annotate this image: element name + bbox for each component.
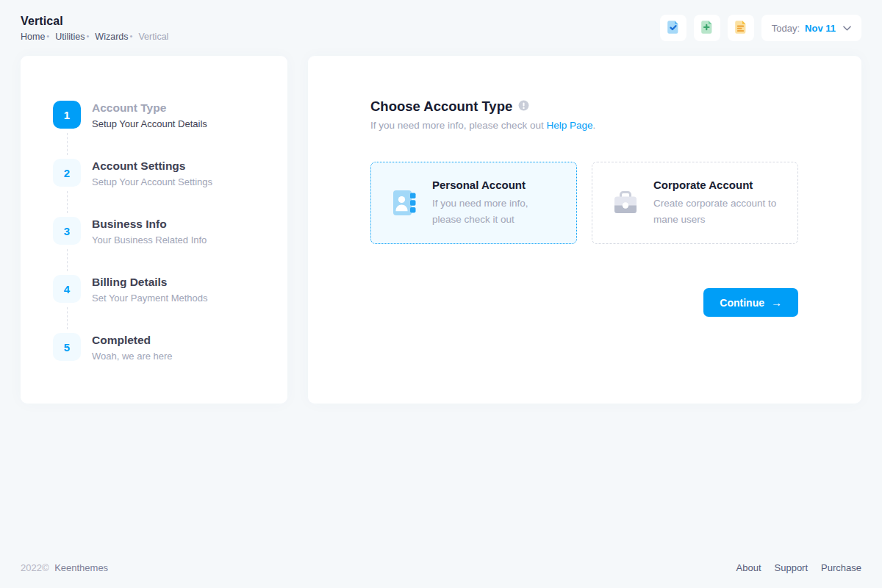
- step-account-type[interactable]: 1 Account Type Setup Your Account Detail…: [53, 101, 265, 159]
- brand-link[interactable]: Keenthemes: [54, 562, 108, 573]
- stepper-card: 1 Account Type Setup Your Account Detail…: [21, 56, 287, 404]
- breadcrumb-utilities[interactable]: Utilities: [55, 32, 85, 42]
- step-number-badge[interactable]: 1: [53, 101, 81, 129]
- page: Vertical Home • Utilities • Wizards • Ve…: [0, 0, 882, 588]
- breadcrumb-separator: •: [46, 32, 49, 40]
- file-lines-icon: [733, 19, 749, 37]
- step-title: Billing Details: [92, 275, 208, 290]
- breadcrumb: Home • Utilities • Wizards • Vertical: [21, 32, 168, 42]
- page-heading-block: Vertical Home • Utilities • Wizards • Ve…: [21, 15, 168, 42]
- step-title: Account Type: [92, 101, 207, 115]
- option-description: If you need more info, please check it o…: [432, 196, 558, 227]
- wizard-subheading: If you need more info, please check out …: [370, 120, 798, 131]
- step-subtitle: Setup Your Account Details: [92, 118, 207, 130]
- breadcrumb-separator: •: [87, 32, 90, 40]
- step-subtitle: Your Business Related Info: [92, 234, 207, 246]
- help-page-link[interactable]: Help Page: [546, 120, 592, 131]
- option-description: Create corporate account to mane users: [653, 196, 779, 227]
- file-check-icon: [665, 19, 681, 37]
- option-text: Personal Account If you need more info, …: [432, 179, 558, 227]
- step-text: Account Settings Setup Your Account Sett…: [92, 159, 212, 188]
- arrow-right-icon: →: [771, 297, 782, 308]
- address-book-icon: [390, 188, 419, 218]
- wizard-layout: 1 Account Type Setup Your Account Detail…: [21, 56, 861, 404]
- footer: 2022© Keenthemes About Support Purchase: [21, 562, 861, 588]
- step-completed[interactable]: 5 Completed Woah, we are here: [53, 333, 265, 362]
- wizard-content-card: Choose Account Type If you need more inf…: [308, 56, 861, 404]
- help-text: If you need more info, please check out: [370, 120, 546, 131]
- option-text: Corporate Account Create corporate accou…: [653, 179, 779, 227]
- step-title: Completed: [92, 333, 173, 348]
- breadcrumb-home[interactable]: Home: [21, 32, 45, 42]
- step-text: Account Type Setup Your Account Details: [92, 101, 207, 130]
- breadcrumb-current: Vertical: [138, 32, 168, 42]
- file-check-button[interactable]: [660, 15, 686, 41]
- breadcrumb-separator: •: [130, 32, 133, 40]
- continue-button[interactable]: Continue →: [703, 288, 798, 317]
- chevron-down-icon: [843, 26, 851, 31]
- step-billing-details[interactable]: 4 Billing Details Set Your Payment Metho…: [53, 275, 265, 333]
- page-title: Vertical: [21, 15, 168, 28]
- footer-link-purchase[interactable]: Purchase: [821, 562, 861, 573]
- file-plus-button[interactable]: [694, 15, 720, 41]
- file-plus-icon: [699, 19, 715, 37]
- continue-label: Continue: [720, 297, 764, 309]
- step-subtitle: Setup Your Account Settings: [92, 176, 212, 188]
- help-suffix: .: [592, 120, 595, 131]
- info-circle-icon[interactable]: [518, 100, 529, 114]
- breadcrumb-wizards[interactable]: Wizards: [95, 32, 128, 42]
- briefcase-icon: [611, 188, 640, 218]
- option-title: Personal Account: [432, 179, 558, 191]
- date-label: Today:: [772, 23, 800, 34]
- footer-link-about[interactable]: About: [736, 562, 761, 573]
- footer-copyright: 2022© Keenthemes: [21, 562, 108, 573]
- account-type-options: Personal Account If you need more info, …: [370, 162, 798, 244]
- step-account-settings[interactable]: 2 Account Settings Setup Your Account Se…: [53, 159, 265, 217]
- step-text: Billing Details Set Your Payment Methods: [92, 275, 208, 304]
- step-text: Completed Woah, we are here: [92, 333, 173, 362]
- option-corporate-account[interactable]: Corporate Account Create corporate accou…: [592, 162, 798, 244]
- step-title: Business Info: [92, 217, 207, 232]
- step-number-badge[interactable]: 4: [53, 275, 81, 303]
- step-text: Business Info Your Business Related Info: [92, 217, 207, 246]
- step-subtitle: Woah, we are here: [92, 350, 173, 362]
- footer-link-support[interactable]: Support: [775, 562, 808, 573]
- wizard-actions: Continue →: [370, 288, 798, 317]
- file-lines-button[interactable]: [728, 15, 754, 41]
- option-title: Corporate Account: [653, 179, 779, 191]
- wizard-heading: Choose Account Type: [370, 98, 512, 115]
- date-selector[interactable]: Today: Nov 11: [761, 15, 861, 41]
- step-number-badge[interactable]: 5: [53, 333, 81, 361]
- date-value: Nov 11: [805, 23, 836, 34]
- step-title: Account Settings: [92, 159, 212, 173]
- step-subtitle: Set Your Payment Methods: [92, 292, 208, 304]
- step-business-info[interactable]: 3 Business Info Your Business Related In…: [53, 217, 265, 275]
- step-number-badge[interactable]: 3: [53, 217, 81, 245]
- option-personal-account[interactable]: Personal Account If you need more info, …: [370, 162, 577, 244]
- footer-links: About Support Purchase: [736, 562, 861, 573]
- toolbar: Vertical Home • Utilities • Wizards • Ve…: [21, 0, 861, 56]
- toolbar-actions: Today: Nov 11: [660, 15, 861, 41]
- copyright-year: 2022©: [21, 562, 49, 573]
- step-number-badge[interactable]: 2: [53, 159, 81, 187]
